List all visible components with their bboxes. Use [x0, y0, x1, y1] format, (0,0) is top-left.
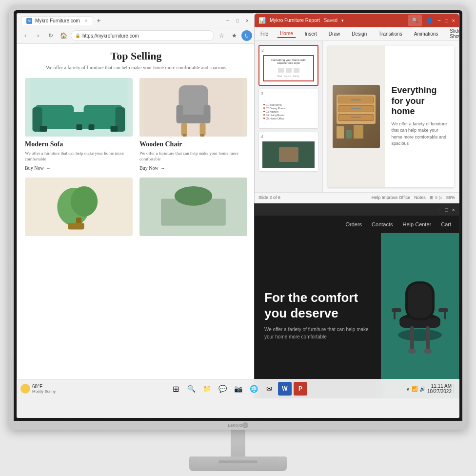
ppt-slide-thumb-3[interactable]: 3 01 Bedrooms — [258, 89, 318, 129]
taskbar-search-btn[interactable]: 🔍 — [184, 382, 198, 396]
box — [354, 125, 363, 139]
weather-condition: Mostly Sunny — [32, 389, 56, 394]
taskbar-photos-btn[interactable]: 📷 — [231, 382, 245, 396]
taskbar-ppt-btn[interactable]: P — [294, 382, 307, 396]
clock-date: 10/27/2022 — [427, 389, 452, 394]
ppt-tab-slideshow[interactable]: Slide Show — [447, 27, 459, 40]
sofa-image — [25, 78, 133, 137]
thumb-dot-1 — [263, 104, 265, 105]
ppt-slides-panel: 2 Furnishing your home withexperienced s… — [255, 41, 323, 192]
svg-rect-34 — [394, 310, 396, 319]
dark-nav-orders[interactable]: Orders — [345, 221, 362, 227]
ppt-tab-design[interactable]: Design — [349, 30, 370, 38]
dark-nav-help[interactable]: Help Center — [403, 221, 432, 227]
taskbar-edge-btn[interactable]: 🌐 — [247, 382, 260, 396]
browser-home-btn[interactable]: 🏠 — [58, 30, 69, 41]
browser-window-controls: − □ × — [224, 17, 251, 24]
browser-tab-close[interactable]: × — [85, 18, 88, 23]
ppt-main-area: Everything for your home We offer a fari… — [323, 41, 459, 192]
buy-now-sofa[interactable]: Buy Now → — [25, 165, 133, 171]
slide-canvas: Everything for your home We offer a fari… — [328, 46, 454, 187]
ppt-user-avatar: 👤 — [424, 15, 436, 26]
green-svg — [139, 178, 247, 236]
taskbar-word-btn[interactable]: W — [278, 382, 292, 396]
ppt-tab-insert[interactable]: Insert — [302, 30, 320, 38]
browser-tab[interactable]: M Mykro Furniture.com × — [21, 16, 93, 25]
browser-forward-btn[interactable]: › — [33, 30, 43, 41]
browser-tab-title: Mykro Furniture.com — [35, 18, 80, 23]
browser-refresh-btn[interactable]: ↻ — [45, 30, 56, 41]
vase — [337, 126, 344, 139]
ppt-tab-transitions[interactable]: Transitions — [376, 30, 405, 38]
dark-close-btn[interactable]: × — [452, 207, 455, 213]
thumb-content-2: Furnishing your home withexperienced sty… — [261, 54, 316, 83]
buy-now-chair[interactable]: Buy Now → — [139, 165, 247, 171]
browser-favorites-btn[interactable]: ★ — [229, 30, 239, 41]
browser-profile-btn[interactable]: U — [241, 30, 252, 41]
ppt-tab-animations[interactable]: Animations — [411, 30, 441, 38]
dark-hero-right — [381, 233, 459, 398]
dark-nav-cart[interactable]: Cart — [441, 221, 451, 227]
outline-view-btn[interactable]: ≡ — [435, 195, 437, 200]
favicon: M — [26, 18, 32, 24]
power-button[interactable] — [242, 422, 248, 428]
dresser-drawer-2 — [338, 105, 374, 112]
svg-rect-13 — [181, 123, 187, 136]
ppt-tab-draw[interactable]: Draw — [326, 30, 343, 38]
taskbar-chevron-up[interactable]: ∧ — [406, 386, 410, 392]
dark-titlebar: − □ × — [255, 204, 459, 216]
browser-min-btn[interactable]: − — [224, 17, 232, 24]
browser-max-btn[interactable]: □ — [234, 17, 241, 24]
thumb-dark-img — [279, 147, 298, 162]
new-tab-btn[interactable]: + — [97, 17, 101, 24]
taskbar-windows-btn[interactable]: ⊞ — [169, 382, 182, 396]
taskbar-left: 68°F Mostly Sunny — [20, 384, 56, 394]
plant-image — [25, 178, 133, 236]
dresser-drawer-3 — [338, 114, 374, 121]
browser-titlebar: M Mykro Furniture.com × + − □ × — [17, 14, 255, 28]
svg-rect-8 — [77, 124, 82, 130]
view-icons: ⊞ ≡ ▷ — [430, 195, 442, 200]
taskbar-volume-icon[interactable]: 🔊 — [419, 386, 425, 392]
normal-view-btn[interactable]: ⊞ — [430, 195, 434, 200]
thumb-red-border: Furnishing your home withexperienced sty… — [263, 55, 314, 81]
furniture-site: Top Selling We offer a fariety of furnit… — [17, 44, 255, 398]
list-item-2: 02 Dining Room — [263, 107, 314, 110]
lenovo-logo: Lenovo — [228, 423, 242, 428]
ppt-tab-file[interactable]: File — [258, 30, 271, 38]
ppt-search-btn[interactable]: 🔍 — [408, 15, 422, 26]
list-item-5: 05 Home Office — [263, 117, 314, 120]
taskbar-files-btn[interactable]: 📁 — [200, 382, 214, 396]
thumb-dot-4 — [263, 114, 265, 116]
ppt-max-btn[interactable]: □ — [445, 18, 448, 23]
ppt-slide-thumb-4[interactable]: 4 — [258, 132, 318, 172]
dark-max-btn[interactable]: □ — [445, 207, 448, 213]
taskbar-mail-btn[interactable]: ✉ — [262, 382, 276, 396]
notes-btn[interactable]: Notes — [414, 195, 426, 200]
ppt-saved-chevron: ▾ — [341, 18, 344, 23]
taskbar-desktop-btn[interactable] — [454, 384, 456, 394]
weather-info: 68°F Mostly Sunny — [32, 384, 56, 394]
ppt-close-btn[interactable]: × — [452, 18, 455, 23]
ppt-slide-thumb-2[interactable]: 2 Furnishing your home withexperienced s… — [258, 45, 318, 86]
slideshow-btn[interactable]: ▷ — [439, 195, 442, 200]
chair-image — [139, 78, 247, 137]
browser-back-btn[interactable]: ‹ — [20, 30, 31, 41]
product-card-plant — [25, 178, 133, 240]
dark-nav-contacts[interactable]: Contacts — [372, 221, 393, 227]
product-card-green — [139, 178, 247, 240]
thumb-content-4 — [261, 140, 316, 169]
browser-controls-bar: ‹ › ↻ 🏠 🔒 https://mykrofurniture.com ☆ ★… — [17, 28, 255, 44]
ppt-tab-home[interactable]: Home — [277, 30, 296, 38]
url-bar[interactable]: 🔒 https://mykrofurniture.com — [71, 30, 214, 41]
dresser — [337, 95, 376, 139]
browser-close-btn[interactable]: × — [243, 17, 251, 24]
ppt-statusbar: Slide 2 of 6 Help Improve Office Notes ⊞… — [255, 192, 459, 203]
browser-bookmark-btn[interactable]: ☆ — [216, 30, 227, 41]
ppt-min-btn[interactable]: − — [437, 18, 440, 23]
svg-rect-18 — [204, 105, 211, 119]
taskbar-chat-btn[interactable]: 💬 — [216, 382, 229, 396]
products-grid: Modern Sofa We offer a furniture that ca… — [25, 78, 247, 240]
help-improve[interactable]: Help Improve Office — [372, 195, 410, 200]
dark-min-btn[interactable]: − — [437, 207, 440, 213]
